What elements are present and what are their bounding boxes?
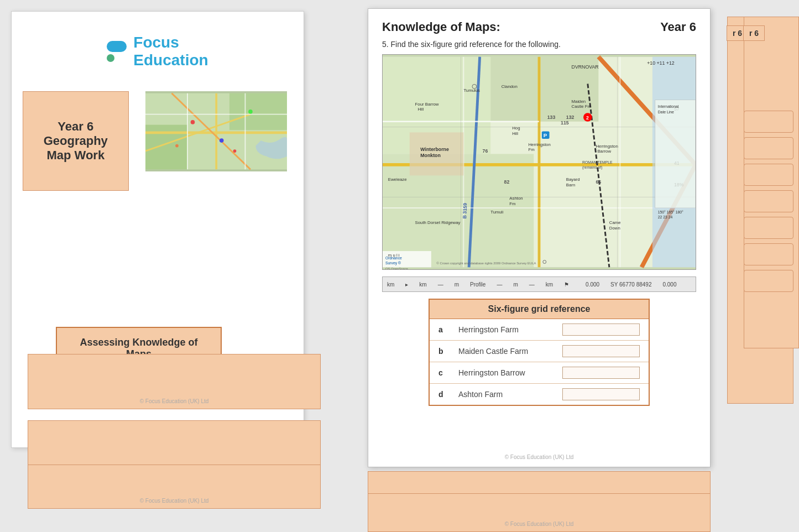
svg-text:OS OpenSpace: OS OpenSpace [385, 267, 408, 269]
row-b-value: Maiden Castle Farm [458, 347, 562, 356]
grid-ref-row-a: a Herringston Farm [430, 319, 649, 341]
row-d-input[interactable] [562, 388, 640, 400]
right-side-box-3 [744, 164, 793, 186]
svg-point-11 [219, 138, 223, 143]
svg-text:Clandon: Clandon [502, 84, 518, 89]
svg-text:(remains of): (remains of) [582, 165, 602, 170]
svg-text:Winterborne: Winterborne [420, 147, 449, 152]
row-b-letter: b [438, 347, 452, 356]
bottom-stack-page-1: © Focus Education (UK) Ltd [28, 354, 321, 409]
question-text: 5. Find the six-figure grid reference fo… [382, 40, 696, 49]
logo-area: Focus Education [107, 34, 208, 69]
worksheet-copyright: © Focus Education (UK) Ltd [505, 454, 574, 460]
title-line3: Map Work [46, 148, 105, 162]
svg-text:Ashton: Ashton [509, 196, 523, 201]
svg-text:Hill: Hill [512, 131, 518, 136]
svg-text:Came: Came [609, 220, 621, 225]
svg-point-14 [233, 149, 236, 153]
svg-text:Fm: Fm [509, 201, 515, 206]
svg-text:2: 2 [586, 115, 589, 121]
row-d-value: Ashton Farm [458, 390, 562, 399]
right-side-box-2 [744, 137, 793, 159]
row-c-value: Herringston Barrow [458, 368, 562, 377]
right-side-items [744, 111, 793, 296]
toolbar-km: km [387, 281, 394, 288]
toolbar-sep4: — [529, 281, 535, 288]
svg-text:DVRNOVAR: DVRNOVAR [572, 64, 599, 70]
svg-text:Maiden: Maiden [572, 99, 586, 104]
worksheet-header: Knowledge of Maps: Year 6 [382, 20, 696, 34]
toolbar-sep3: — [497, 281, 502, 288]
svg-text:B 3159: B 3159 [462, 203, 468, 219]
svg-text:115: 115 [561, 120, 569, 126]
svg-text:Herringston: Herringston [528, 142, 550, 147]
svg-text:Barn: Barn [566, 182, 575, 187]
svg-text:m u l i: m u l i [388, 253, 400, 258]
svg-text:Bayard: Bayard [566, 177, 580, 182]
svg-text:Tumuli: Tumuli [490, 210, 503, 215]
svg-text:P: P [544, 132, 547, 138]
logo-bottom-dot [107, 54, 114, 62]
title-line2: Geography [44, 134, 108, 148]
logo-focus-text: Focus [133, 34, 208, 51]
row-b-input[interactable] [562, 345, 640, 357]
svg-text:65: 65 [596, 179, 601, 185]
cover-map-image [145, 91, 287, 171]
svg-point-12 [248, 109, 253, 114]
row-d-letter: d [438, 390, 452, 399]
svg-text:Tumulus: Tumulus [463, 88, 480, 93]
grid-ref-row-d: d Ashton Farm [430, 384, 649, 405]
svg-rect-2 [229, 93, 287, 130]
grid-reference-table: Six-figure grid reference a Herringston … [429, 299, 650, 406]
right-side-box-5 [744, 217, 793, 239]
svg-text:Survey ®: Survey ® [385, 261, 401, 265]
svg-text:Four Barrow: Four Barrow [415, 102, 439, 107]
svg-text:22  23  24: 22 23 24 [658, 215, 673, 219]
svg-rect-80 [655, 100, 696, 208]
title-line1: Year 6 [58, 119, 93, 133]
right-side-box-4 [744, 190, 793, 212]
svg-text:Date Line: Date Line [658, 110, 674, 114]
toolbar-km2: km [419, 281, 426, 288]
worksheet-year: Year 6 [660, 20, 696, 34]
svg-point-10 [190, 120, 195, 124]
svg-text:133: 133 [547, 114, 556, 120]
worksheet-page: Knowledge of Maps: Year 6 5. Find the si… [368, 8, 711, 467]
svg-text:Monkton: Monkton [420, 153, 441, 158]
stack3-copyright: © Focus Education (UK) Ltd [140, 498, 209, 504]
toolbar-separator: ▸ [405, 281, 408, 288]
bottom-stack-page-3: © Focus Education (UK) Ltd [28, 465, 321, 509]
svg-text:Down: Down [609, 226, 620, 231]
toolbar-val1: 0.000 [586, 281, 599, 288]
toolbar-sep2: — [438, 281, 443, 288]
ordnance-survey-map: Winterborne Monkton Herringston Fm Maide… [382, 54, 696, 270]
right-bottom-stack: © Focus Education (UK) Ltd © Focus Educa… [357, 466, 799, 532]
svg-text:Castle Fm: Castle Fm [572, 104, 592, 109]
svg-text:Herringston: Herringston [596, 144, 618, 149]
svg-text:South Dorset Ridgeway: South Dorset Ridgeway [415, 220, 461, 225]
svg-point-13 [175, 144, 179, 148]
svg-text:ROMAN TEMPLE: ROMAN TEMPLE [582, 160, 613, 164]
svg-text:© Crown copyright and database: © Crown copyright and database rights 20… [437, 262, 536, 265]
focus-logo-icon [107, 41, 127, 62]
svg-text:Barrow: Barrow [597, 149, 611, 154]
row-a-letter: a [438, 325, 452, 334]
grid-ref-row-b: b Maiden Castle Farm [430, 341, 649, 362]
row-a-input[interactable] [562, 324, 640, 336]
svg-text:Hog: Hog [512, 126, 520, 131]
toolbar-icon: ⚑ [564, 281, 569, 288]
cover-title-text: Year 6 Geography Map Work [44, 119, 108, 163]
stack1-copyright: © Focus Education (UK) Ltd [140, 398, 209, 404]
row-c-input[interactable] [562, 367, 640, 379]
cover-title-box: Year 6 Geography Map Work [23, 91, 129, 191]
right-bottom-page-2: © Focus Education (UK) Ltd [368, 493, 711, 532]
right-side-box-1 [744, 111, 793, 133]
left-document-stack: r 6 r 6 ✕ d Focus Education Year 6 G [0, 0, 359, 532]
svg-text:Eweleaze: Eweleaze [388, 177, 407, 182]
right-side-box-6 [744, 243, 793, 265]
right-side-box-7 [744, 270, 793, 292]
grid-ref-row-c: c Herringston Barrow [430, 362, 649, 384]
toolbar-profile: Profile [470, 281, 485, 288]
toolbar-coords: SY 66770 88492 [610, 281, 651, 288]
svg-text:76: 76 [483, 148, 488, 154]
